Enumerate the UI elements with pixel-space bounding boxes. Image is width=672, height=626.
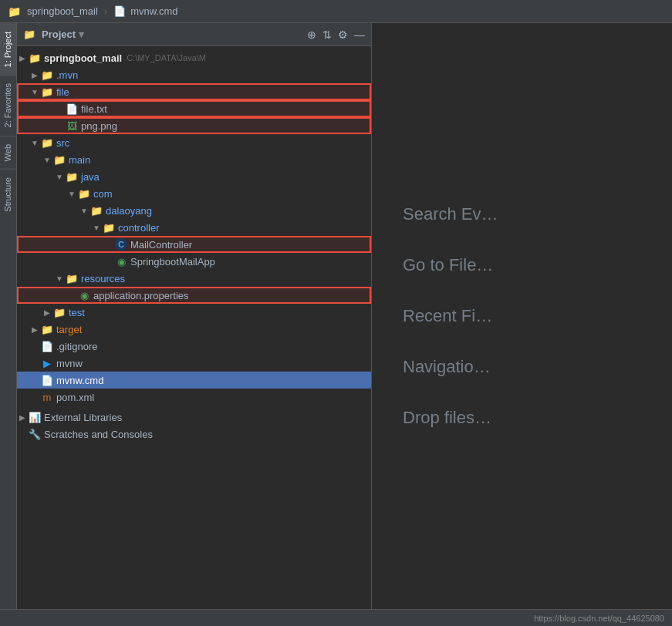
- label-mvnw: mvnw: [56, 358, 83, 369]
- panel-dropdown[interactable]: ▾: [79, 29, 84, 40]
- label-mvn: .mvn: [56, 69, 78, 81]
- search-everywhere-item[interactable]: Search Ev…: [403, 204, 498, 224]
- status-bar: https://blog.csdn.net/qq_44625080: [0, 609, 672, 626]
- icon-pomxml: m: [40, 392, 54, 403]
- tree-item-pomxml[interactable]: m pom.xml: [17, 389, 371, 406]
- tree-item-app_properties[interactable]: ◉ application.properties: [17, 287, 371, 304]
- external-libraries-icon: 📊: [28, 412, 42, 423]
- arrow-java: ▼: [54, 173, 65, 181]
- breadcrumb: springboot_mail › 📄 mvnw.cmd: [27, 5, 178, 17]
- label-mvnwcmd: mvnw.cmd: [56, 375, 103, 386]
- icon-com: 📁: [77, 188, 91, 200]
- scroll-icon[interactable]: ⇅: [322, 29, 332, 41]
- arrow-src: ▼: [29, 139, 40, 147]
- panel-folder-icon: 📁: [23, 29, 35, 40]
- icon-png_png: 🖼: [65, 120, 79, 132]
- label-dalaoyang: dalaoyang: [106, 205, 152, 217]
- label-png_png: png.png: [81, 120, 117, 132]
- label-resources: resources: [81, 273, 125, 284]
- minimize-icon[interactable]: —: [354, 29, 365, 41]
- label-root: springboot_mail: [44, 52, 122, 64]
- arrow-dalaoyang: ▼: [79, 207, 89, 215]
- icon-app_properties: ◉: [77, 290, 91, 301]
- arrow-target: ▶: [29, 325, 40, 334]
- right-panel: Search Ev… Go to File… Recent Fi… Naviga…: [372, 23, 672, 609]
- icon-springbootmailapp: ◉: [114, 256, 128, 268]
- label-target: target: [56, 324, 82, 335]
- drop-files-item: Drop files…: [403, 408, 491, 428]
- tree-item-file_txt[interactable]: 📄 file.txt: [17, 100, 371, 117]
- arrow-controller: ▼: [91, 224, 102, 232]
- tree-root: ▶ 📁 springboot_mail C:\MY_DATA\Java\M ▶ …: [17, 49, 371, 406]
- sidebar-item-structure[interactable]: Structure: [0, 169, 16, 220]
- label-mailcontroller: MailController: [130, 239, 192, 251]
- tree-item-target[interactable]: ▶ 📁 target: [17, 321, 371, 338]
- project-name: springboot_mail: [27, 5, 98, 17]
- external-libraries-label: External Libraries: [44, 412, 122, 423]
- tree-item-controller[interactable]: ▼ 📁 controller: [17, 219, 371, 236]
- project-panel: 📁 Project ▾ ⊕ ⇅ ⚙ — ▶ 📁 springboot_mail …: [17, 23, 372, 609]
- tree-item-java[interactable]: ▼ 📁 java: [17, 168, 371, 185]
- icon-mailcontroller: C: [114, 238, 128, 251]
- add-icon[interactable]: ⊕: [307, 29, 316, 41]
- go-to-file-item[interactable]: Go to File…: [403, 255, 493, 275]
- project-icon: 📁: [8, 5, 21, 18]
- tree-item-mvnwcmd[interactable]: 📄 mvnw.cmd: [17, 372, 371, 389]
- icon-file_txt: 📄: [65, 103, 79, 115]
- tree-item-main[interactable]: ▼ 📁 main: [17, 151, 371, 168]
- icon-test: 📁: [52, 307, 66, 318]
- tree-item-mvn[interactable]: ▶ 📁 .mvn: [17, 66, 371, 83]
- tree-item-springbootmailapp[interactable]: ◉ SpringbootMailApp: [17, 253, 371, 270]
- file-icon: 📄: [113, 5, 126, 17]
- tree-item-com[interactable]: ▼ 📁 com: [17, 185, 371, 202]
- label-main: main: [69, 154, 90, 166]
- label-pomxml: pom.xml: [56, 392, 94, 403]
- sidebar-item-web[interactable]: Web: [0, 136, 16, 169]
- icon-mvnw: ▶: [40, 358, 54, 369]
- icon-file_folder: 📁: [40, 86, 54, 98]
- sidebar-item-project[interactable]: 1: Project: [0, 23, 16, 75]
- external-libraries-item[interactable]: ▶ 📊 External Libraries: [17, 409, 371, 426]
- tree-item-gitignore[interactable]: 📄 .gitignore: [17, 338, 371, 355]
- icon-main: 📁: [52, 154, 66, 166]
- tree-item-file_folder[interactable]: ▼ 📁 file: [17, 83, 371, 100]
- main-layout: 1: Project 2: Favorites Web Structure 📁 …: [0, 23, 672, 609]
- sidebar-item-favorites[interactable]: 2: Favorites: [0, 75, 16, 135]
- tree-item-mvnw[interactable]: ▶ mvnw: [17, 355, 371, 372]
- panel-actions: ⊕ ⇅ ⚙ —: [307, 29, 365, 41]
- icon-gitignore: 📄: [40, 341, 54, 352]
- scratches-item[interactable]: 🔧 Scratches and Consoles: [17, 426, 371, 443]
- tree-item-mailcontroller[interactable]: C MailController: [17, 236, 371, 253]
- settings-icon[interactable]: ⚙: [338, 29, 348, 41]
- label-com: com: [93, 188, 113, 200]
- tree-item-src[interactable]: ▼ 📁 src: [17, 134, 371, 151]
- tree-item-png_png[interactable]: 🖼 png.png: [17, 117, 371, 134]
- icon-root: 📁: [28, 52, 42, 64]
- tree-container[interactable]: ▶ 📁 springboot_mail C:\MY_DATA\Java\M ▶ …: [17, 46, 371, 609]
- panel-title: Project ▾: [42, 29, 84, 40]
- label-springbootmailapp: SpringbootMailApp: [130, 256, 215, 268]
- title-bar: 📁 springboot_mail › 📄 mvnw.cmd: [0, 0, 672, 23]
- icon-controller: 📁: [102, 222, 116, 234]
- icon-mvn: 📁: [40, 69, 54, 81]
- icon-resources: 📁: [65, 273, 79, 284]
- arrow-file_folder: ▼: [29, 88, 40, 96]
- label-file_folder: file: [56, 86, 69, 98]
- label-test: test: [69, 307, 85, 318]
- arrow-root: ▶: [17, 54, 28, 62]
- navigation-item[interactable]: Navigatio…: [403, 357, 491, 377]
- tree-item-test[interactable]: ▶ 📁 test: [17, 304, 371, 321]
- panel-header: 📁 Project ▾ ⊕ ⇅ ⚙ —: [17, 23, 371, 46]
- label-file_txt: file.txt: [81, 103, 107, 115]
- scratches-icon: 🔧: [28, 429, 42, 440]
- arrow-resources: ▼: [54, 274, 65, 283]
- tree-item-root[interactable]: ▶ 📁 springboot_mail C:\MY_DATA\Java\M: [17, 49, 371, 66]
- label-gitignore: .gitignore: [56, 341, 97, 352]
- tree-item-resources[interactable]: ▼ 📁 resources: [17, 270, 371, 287]
- icon-src: 📁: [40, 137, 54, 149]
- recent-files-item[interactable]: Recent Fi…: [403, 306, 492, 326]
- icon-target: 📁: [40, 324, 54, 335]
- arrow-test: ▶: [42, 308, 52, 317]
- label-java: java: [81, 171, 100, 183]
- tree-item-dalaoyang[interactable]: ▼ 📁 dalaoyang: [17, 202, 371, 219]
